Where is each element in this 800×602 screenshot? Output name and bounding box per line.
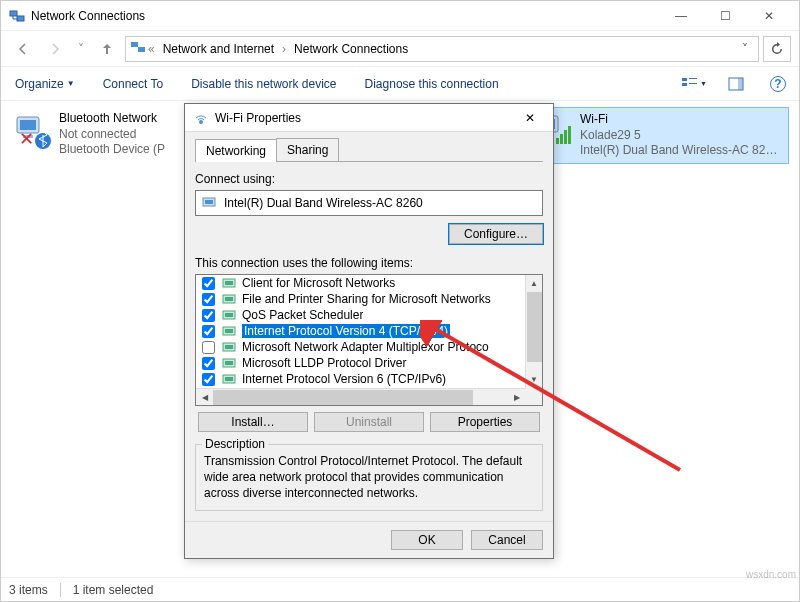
item-checkbox[interactable] xyxy=(202,309,215,322)
description-text: Transmission Control Protocol/Internet P… xyxy=(204,453,534,502)
adapter-field[interactable]: Intel(R) Dual Band Wireless-AC 8260 xyxy=(195,190,543,216)
description-legend: Description xyxy=(202,437,268,451)
chevron-right-icon: « xyxy=(148,42,155,56)
network-component-item[interactable]: File and Printer Sharing for Microsoft N… xyxy=(196,291,525,307)
vertical-scrollbar[interactable]: ▲ ▼ xyxy=(525,275,542,388)
refresh-button[interactable] xyxy=(763,36,791,62)
organize-menu[interactable]: Organize ▼ xyxy=(9,73,81,95)
network-status: Kolade29 5 xyxy=(580,128,777,144)
item-checkbox[interactable] xyxy=(202,357,215,370)
network-status: Not connected xyxy=(59,127,165,143)
svg-point-22 xyxy=(199,120,203,124)
disable-device-button[interactable]: Disable this network device xyxy=(185,73,342,95)
preview-pane-button[interactable] xyxy=(723,72,749,96)
item-count: 3 items xyxy=(9,583,48,597)
svg-rect-9 xyxy=(738,78,743,90)
svg-rect-21 xyxy=(568,126,571,144)
dialog-titlebar[interactable]: Wi-Fi Properties ✕ xyxy=(185,104,553,132)
chevron-right-icon: › xyxy=(282,42,286,56)
back-button[interactable] xyxy=(9,35,37,63)
recent-dropdown[interactable]: ˅ xyxy=(73,35,89,63)
item-checkbox[interactable] xyxy=(202,341,215,354)
svg-rect-7 xyxy=(689,83,697,84)
command-bar: Organize ▼ Connect To Disable this netwo… xyxy=(1,67,799,101)
svg-rect-28 xyxy=(225,297,233,301)
scroll-up-icon[interactable]: ▲ xyxy=(526,275,542,292)
svg-rect-1 xyxy=(17,16,24,21)
svg-rect-36 xyxy=(225,361,233,365)
breadcrumb-dropdown[interactable]: ˅ xyxy=(736,42,754,56)
svg-rect-0 xyxy=(10,11,17,16)
description-group: Description Transmission Control Protoco… xyxy=(195,444,543,511)
item-checkbox[interactable] xyxy=(202,373,215,386)
connect-using-label: Connect using: xyxy=(195,172,543,186)
network-connections-icon xyxy=(9,8,25,24)
window-title: Network Connections xyxy=(31,9,659,23)
network-item-wifi[interactable]: Wi-Fi Kolade29 5 Intel(R) Dual Band Wire… xyxy=(529,107,789,164)
ok-button[interactable]: OK xyxy=(391,530,463,550)
tab-sharing[interactable]: Sharing xyxy=(276,138,339,161)
svg-rect-4 xyxy=(682,78,687,81)
network-items-listbox[interactable]: Client for Microsoft NetworksFile and Pr… xyxy=(195,274,543,406)
forward-button[interactable] xyxy=(41,35,69,63)
item-checkbox[interactable] xyxy=(202,293,215,306)
item-label: QoS Packet Scheduler xyxy=(242,308,363,322)
network-component-item[interactable]: Internet Protocol Version 6 (TCP/IPv6) xyxy=(196,371,525,387)
breadcrumb[interactable]: « Network and Internet › Network Connect… xyxy=(125,36,759,62)
network-component-item[interactable]: QoS Packet Scheduler xyxy=(196,307,525,323)
up-button[interactable] xyxy=(93,35,121,63)
scroll-right-icon[interactable]: ▶ xyxy=(508,389,525,405)
protocol-icon xyxy=(222,356,238,370)
dialog-close-button[interactable]: ✕ xyxy=(515,106,545,130)
item-label: Microsoft Network Adapter Multiplexor Pr… xyxy=(242,340,489,354)
network-component-item[interactable]: Microsoft LLDP Protocol Driver xyxy=(196,355,525,371)
svg-rect-20 xyxy=(564,130,567,144)
item-checkbox[interactable] xyxy=(202,325,215,338)
svg-rect-30 xyxy=(225,313,233,317)
tab-strip: Networking Sharing xyxy=(195,138,543,162)
chevron-down-icon: ▼ xyxy=(67,79,75,88)
item-checkbox[interactable] xyxy=(202,277,215,290)
network-component-item[interactable]: Internet Protocol Version 4 (TCP/IPv4) xyxy=(196,323,525,339)
view-options-button[interactable]: ▼ xyxy=(681,72,707,96)
scroll-down-icon[interactable]: ▼ xyxy=(526,371,542,388)
protocol-icon xyxy=(222,276,238,290)
scroll-thumb[interactable] xyxy=(527,292,542,362)
titlebar[interactable]: Network Connections — ☐ ✕ xyxy=(1,1,799,31)
network-name: Bluetooth Network xyxy=(59,111,165,127)
maximize-button[interactable]: ☐ xyxy=(703,2,747,30)
cancel-button[interactable]: Cancel xyxy=(471,530,543,550)
minimize-button[interactable]: — xyxy=(659,2,703,30)
help-button[interactable]: ? xyxy=(765,72,791,96)
install-button[interactable]: Install… xyxy=(198,412,308,432)
svg-rect-6 xyxy=(689,78,697,79)
scroll-thumb[interactable] xyxy=(213,390,473,405)
item-label: Internet Protocol Version 4 (TCP/IPv4) xyxy=(242,324,450,338)
svg-rect-18 xyxy=(556,138,559,144)
window-buttons: — ☐ ✕ xyxy=(659,2,791,30)
breadcrumb-parent[interactable]: Network and Internet xyxy=(157,40,280,58)
svg-rect-34 xyxy=(225,345,233,349)
items-list: Client for Microsoft NetworksFile and Pr… xyxy=(196,275,525,388)
wifi-properties-dialog: Wi-Fi Properties ✕ Networking Sharing Co… xyxy=(184,103,554,559)
adapter-icon xyxy=(202,196,218,210)
protocol-icon xyxy=(222,308,238,322)
protocol-icon xyxy=(222,372,238,386)
close-button[interactable]: ✕ xyxy=(747,2,791,30)
scroll-left-icon[interactable]: ◀ xyxy=(196,389,213,405)
horizontal-scrollbar[interactable]: ◀ ▶ xyxy=(196,388,525,405)
uninstall-button: Uninstall xyxy=(314,412,424,432)
network-name: Wi-Fi xyxy=(580,112,777,128)
diagnose-button[interactable]: Diagnose this connection xyxy=(359,73,505,95)
breadcrumb-current[interactable]: Network Connections xyxy=(288,40,414,58)
item-label: Internet Protocol Version 6 (TCP/IPv6) xyxy=(242,372,446,386)
properties-button[interactable]: Properties xyxy=(430,412,540,432)
configure-button[interactable]: Configure… xyxy=(449,224,543,244)
tab-networking[interactable]: Networking xyxy=(195,139,277,162)
connect-to-button[interactable]: Connect To xyxy=(97,73,170,95)
network-component-item[interactable]: Client for Microsoft Networks xyxy=(196,275,525,291)
dialog-title: Wi-Fi Properties xyxy=(215,111,515,125)
protocol-icon xyxy=(222,340,238,354)
svg-rect-26 xyxy=(225,281,233,285)
network-component-item[interactable]: Microsoft Network Adapter Multiplexor Pr… xyxy=(196,339,525,355)
